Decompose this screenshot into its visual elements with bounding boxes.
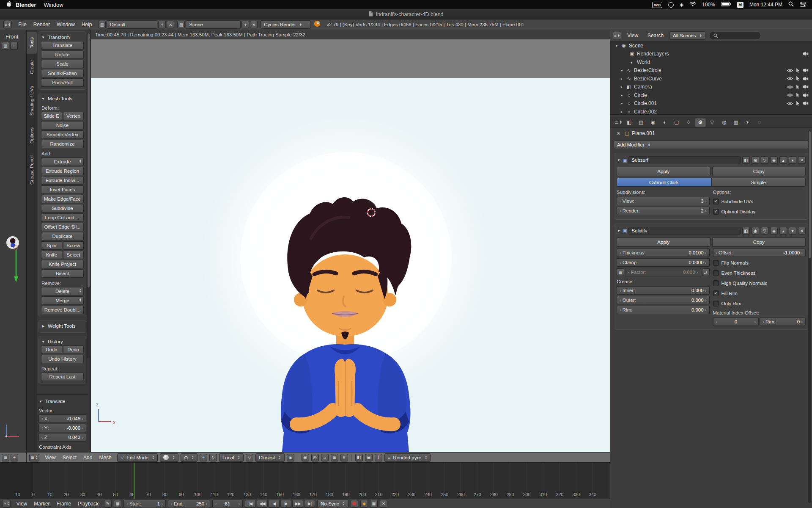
- tab-particles[interactable]: ∗: [742, 118, 753, 127]
- timeline-menu-item[interactable]: Marker: [30, 501, 53, 507]
- add-layout-button[interactable]: +: [158, 21, 166, 28]
- timeline-menu-item[interactable]: Playback: [74, 501, 102, 507]
- tool-button[interactable]: Inset Faces: [41, 185, 84, 194]
- move-down-button[interactable]: ▾: [789, 156, 796, 164]
- outliner-row-circle[interactable]: ▸ ○ Circle: [610, 91, 812, 99]
- tool-button-knife[interactable]: Knife: [41, 251, 62, 259]
- screen-layout-icon[interactable]: ▥: [98, 21, 106, 28]
- vertex-group-icon[interactable]: ▦: [617, 268, 624, 276]
- merge-menu-button[interactable]: Merge: [41, 296, 84, 305]
- expand-arrow-icon[interactable]: ▸: [620, 101, 624, 105]
- outliner-row-renderlayers[interactable]: ▣ RenderLayers: [610, 50, 812, 58]
- close-scene-button[interactable]: ✕: [250, 21, 258, 28]
- breadcrumb-object-name[interactable]: Plane.001: [632, 130, 655, 136]
- selectable-cursor-icon[interactable]: [796, 68, 800, 73]
- crease-rim-field[interactable]: Rim: 0.000: [617, 306, 710, 314]
- tool-button[interactable]: Bisect: [41, 269, 84, 278]
- outliner-row-circle-002[interactable]: ▸ ○ Circle.002: [610, 108, 812, 115]
- tab-world[interactable]: ◐: [659, 118, 670, 127]
- frame-start-field[interactable]: Start: 1: [123, 500, 166, 508]
- copy-button[interactable]: Copy: [712, 237, 806, 247]
- shelf-tab-tools[interactable]: Tools: [27, 32, 37, 54]
- subdivide-uvs-checkbox[interactable]: Subdivide UVs: [713, 197, 806, 206]
- tool-shelf-scrollbar[interactable]: [87, 33, 90, 359]
- tool-button[interactable]: Make Edge/Face: [41, 195, 84, 203]
- menubar-item-window[interactable]: Window: [44, 2, 63, 8]
- scene-selector-icon[interactable]: ▤: [177, 21, 185, 28]
- tab-render[interactable]: ◧: [624, 118, 635, 127]
- outliner-row-beziercurve[interactable]: ▸ ∿ BezierCurve: [610, 75, 812, 83]
- playback-button[interactable]: ▶: [280, 500, 291, 508]
- tool-button-slide-edge[interactable]: Slide E: [41, 112, 62, 120]
- renderable-icon[interactable]: [803, 52, 809, 56]
- move-down-button[interactable]: ▾: [789, 227, 796, 235]
- outliner-item-name[interactable]: World: [637, 59, 650, 65]
- pause-render-icon[interactable]: ‖: [375, 454, 382, 461]
- copy-button[interactable]: Copy: [712, 167, 806, 176]
- tool-button[interactable]: Extrude Region: [41, 167, 84, 175]
- selectable-cursor-icon[interactable]: [796, 92, 800, 98]
- playback-button[interactable]: ◀: [269, 500, 280, 508]
- viewport-menu-item[interactable]: View: [41, 455, 59, 461]
- clamp-field[interactable]: Clamp: 0.0000: [617, 258, 710, 267]
- outliner-item-name[interactable]: RenderLayers: [637, 51, 669, 57]
- tab-object-data[interactable]: ▽: [707, 118, 718, 127]
- tool-button[interactable]: Knife Project: [41, 260, 84, 268]
- expand-arrow-icon[interactable]: ▸: [620, 68, 624, 72]
- even-thickness-checkbox[interactable]: Even Thickness: [713, 268, 806, 277]
- viewport-shading-dropdown[interactable]: [160, 453, 178, 462]
- outliner-item-name[interactable]: Circle.002: [634, 109, 657, 115]
- move-up-button[interactable]: ▴: [779, 156, 787, 164]
- selectable-cursor-icon[interactable]: [796, 84, 800, 90]
- screen-layout-field[interactable]: Default: [107, 20, 157, 29]
- delete-modifier-button[interactable]: ✕: [798, 227, 806, 235]
- tool-button[interactable]: Shrink/Fatten: [41, 69, 84, 77]
- tab-physics[interactable]: ◌: [754, 118, 765, 127]
- weight-tools-panel-header[interactable]: ▶Weight Tools: [41, 322, 84, 330]
- dropbox-icon[interactable]: ◈: [680, 2, 683, 8]
- tool-button-spin[interactable]: Spin: [41, 241, 62, 250]
- menubar-app-name[interactable]: Blender: [16, 2, 36, 8]
- expand-arrow-icon[interactable]: ▸: [620, 110, 624, 114]
- history-panel-header[interactable]: ▼History: [41, 338, 84, 345]
- delete-modifier-button[interactable]: ✕: [798, 156, 806, 164]
- delete-keyframe-icon[interactable]: ✕: [380, 500, 387, 508]
- tool-button[interactable]: Noise: [41, 121, 84, 130]
- crease-inner-field[interactable]: Inner: 0.000: [617, 286, 710, 295]
- tool-button[interactable]: Smooth Vertex: [41, 130, 84, 139]
- operator-panel-header[interactable]: ▼Translate: [38, 398, 86, 405]
- viewport-menu-item[interactable]: Mesh: [96, 455, 115, 461]
- pin-icon[interactable]: ⊙: [614, 130, 622, 137]
- tool-button-screw[interactable]: Screw: [63, 241, 84, 250]
- visibility-eye-icon[interactable]: [787, 102, 793, 105]
- tab-texture[interactable]: ▦: [730, 118, 741, 127]
- renderable-camera-icon[interactable]: [803, 68, 809, 72]
- playback-button[interactable]: ◀◀: [257, 500, 268, 508]
- outliner-row-scene[interactable]: ▾ ◉ Scene: [610, 41, 812, 50]
- expand-arrow-icon[interactable]: ▸: [620, 85, 624, 89]
- offset-field[interactable]: Offset: -1.0000: [713, 248, 806, 257]
- visibility-eye-icon[interactable]: [787, 85, 793, 89]
- renderlayer-dropdown[interactable]: ≡ RenderLayer: [384, 453, 431, 462]
- tool-button[interactable]: Translate: [41, 41, 84, 50]
- tool-button[interactable]: Scale: [41, 60, 84, 68]
- selectable-cursor-icon[interactable]: [796, 101, 800, 106]
- expand-arrow-icon[interactable]: ▸: [620, 93, 624, 97]
- material-rim-field[interactable]: Rim: 0: [760, 318, 806, 326]
- remove-doubles-button[interactable]: Remove Doubl...: [41, 306, 84, 314]
- translate-z-field[interactable]: Z:0.043: [38, 433, 86, 442]
- tab-render-layers[interactable]: ▤: [636, 118, 647, 127]
- toggle-viewport-icon[interactable]: ◉: [752, 156, 759, 164]
- repeat-last-button[interactable]: Repeat Last: [41, 373, 84, 381]
- properties-scrollbar[interactable]: [808, 130, 811, 503]
- thickness-field[interactable]: Thickness: 0.0100: [617, 248, 710, 257]
- tool-button-knife-select[interactable]: Select: [63, 251, 84, 259]
- playback-button[interactable]: ▶|: [304, 500, 315, 508]
- add-modifier-dropdown[interactable]: Add Modifier: [614, 141, 809, 149]
- undo-history-button[interactable]: Undo History: [41, 355, 84, 363]
- visibility-eye-icon[interactable]: [787, 69, 793, 72]
- toggle-viewport-icon[interactable]: ◉: [752, 227, 759, 235]
- renderable-camera-icon[interactable]: [803, 85, 809, 89]
- battery-icon[interactable]: [721, 2, 731, 8]
- toggle-editmode-icon[interactable]: ▽: [761, 156, 768, 164]
